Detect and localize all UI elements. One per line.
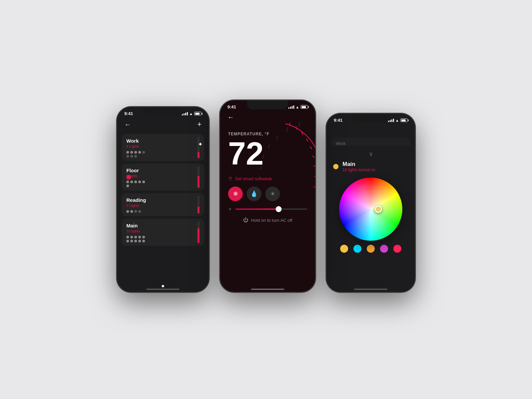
main-room-status: 10 lights turned on — [342, 168, 375, 172]
phone3-time: 9:41 — [334, 118, 342, 123]
svg-line-2 — [275, 135, 279, 139]
phone1-main: Work 4 Lights Floor 6 lights — [117, 134, 209, 246]
room-card-work[interactable]: Work 4 Lights — [122, 134, 204, 161]
phone2-back-button[interactable]: ← — [227, 113, 234, 121]
phone-1: 9:41 ▲ ← + — [116, 106, 209, 293]
phone2-signal-icon — [288, 105, 294, 109]
room-main-slider[interactable] — [198, 221, 200, 243]
phone1-status-icons: ▲ — [182, 112, 201, 116]
power-icon: ⏻ — [243, 217, 248, 223]
temp-slider-fill — [235, 208, 279, 210]
room-reading-dots — [126, 210, 146, 213]
svg-line-12 — [306, 139, 308, 141]
svg-line-10 — [312, 156, 315, 158]
color-preset-cyan[interactable] — [353, 245, 361, 253]
phone3-home-indicator — [354, 289, 387, 290]
room-card-main[interactable]: Main 10 lights — [122, 219, 204, 246]
battery-icon — [194, 112, 201, 115]
phones-container: 9:41 ▲ ← + — [116, 106, 416, 293]
temp-slider[interactable] — [235, 208, 307, 210]
blur-work-title: Work — [336, 141, 406, 146]
phone1-time: 9:41 — [124, 111, 133, 116]
color-preset-yellow[interactable] — [340, 245, 348, 253]
svg-line-1 — [286, 127, 289, 131]
phone-3: 9:41 ▲ Work 4 Lights — [326, 113, 416, 293]
phone3-wifi-icon: ▲ — [395, 118, 399, 122]
add-button[interactable]: + — [197, 120, 201, 129]
back-button[interactable]: ← — [124, 121, 131, 128]
room-work-title: Work — [126, 138, 200, 144]
signal-icon — [182, 112, 188, 115]
phone2-home-indicator — [251, 289, 284, 290]
svg-line-3 — [267, 144, 271, 148]
temperature-gauge — [255, 120, 315, 240]
phone-2: 9:41 ▲ ← — [219, 100, 316, 293]
page-dot — [162, 285, 164, 287]
sun-icon: ✦ — [198, 141, 203, 148]
temp-slider-thumb — [276, 206, 282, 212]
mode-cool-button[interactable]: ❄ — [228, 187, 243, 201]
phone2-battery-icon — [301, 105, 308, 109]
svg-line-6 — [259, 177, 261, 180]
floor-dot-indicator — [126, 175, 131, 180]
svg-line-4 — [261, 155, 265, 158]
main-room-header: Main 10 lights turned on — [333, 161, 408, 172]
svg-line-5 — [259, 166, 262, 170]
color-wheel-thumb — [375, 205, 382, 213]
room-floor-slider[interactable] — [198, 166, 200, 188]
color-wheel[interactable] — [339, 178, 402, 241]
phone2-time: 9:41 — [227, 104, 236, 109]
main-room-name: Main — [342, 161, 375, 168]
room-floor-title: Floor — [126, 168, 200, 173]
phone3-status-icons: ▲ — [388, 118, 408, 122]
svg-line-8 — [314, 176, 315, 177]
main-room-dot — [333, 164, 338, 169]
phone1-notch — [143, 107, 183, 116]
room-card-floor[interactable]: Floor 6 lights — [122, 164, 204, 191]
wifi-icon: ▲ — [189, 112, 193, 116]
phone3-screen: 9:41 ▲ Work 4 Lights — [327, 114, 415, 292]
gauge-svg — [255, 120, 315, 240]
phone1-header: ← + — [117, 117, 209, 134]
room-work-dots — [126, 151, 146, 158]
room-floor-dots — [126, 181, 146, 187]
fan-icon: ✦ — [228, 206, 232, 212]
room-main-title: Main — [126, 223, 200, 228]
svg-line-0 — [299, 122, 301, 126]
room-reading-title: Reading — [126, 197, 200, 203]
room-reading-slider[interactable] — [198, 196, 200, 213]
room-main-lights: 10 lights — [126, 229, 200, 233]
svg-line-11 — [310, 147, 312, 149]
phone1-home-indicator — [146, 289, 180, 290]
clock-icon: ⏱ — [228, 176, 232, 181]
color-preset-purple[interactable] — [380, 245, 388, 253]
chevron-down-icon[interactable]: ∨ — [333, 150, 408, 158]
phone2-status-icons: ▲ — [288, 105, 308, 109]
color-preset-red[interactable] — [393, 245, 401, 253]
color-wheel-container[interactable] — [333, 178, 408, 241]
svg-line-9 — [314, 166, 315, 167]
phone1-screen: 9:41 ▲ ← + — [117, 107, 209, 292]
phone3-overlay: ∨ Main 10 lights turned on — [327, 146, 415, 292]
room-card-reading[interactable]: Reading 2 Lights — [122, 193, 204, 216]
phone2-screen: 9:41 ▲ ← — [220, 100, 315, 292]
room-list: Work 4 Lights Floor 6 lights — [122, 134, 204, 246]
room-floor-lights: 6 lights — [126, 174, 200, 178]
phone3-battery-icon — [400, 118, 408, 122]
room-work-lights: 4 Lights — [126, 144, 200, 148]
main-room-info: Main 10 lights turned on — [342, 161, 375, 172]
phone2-notch — [247, 100, 289, 109]
color-preset-orange[interactable] — [367, 245, 375, 253]
phone2-wifi-icon: ▲ — [296, 105, 299, 109]
phone3-notch — [352, 114, 390, 122]
color-presets — [333, 245, 408, 253]
room-main-dots — [126, 236, 146, 242]
room-reading-lights: 2 Lights — [126, 203, 200, 207]
